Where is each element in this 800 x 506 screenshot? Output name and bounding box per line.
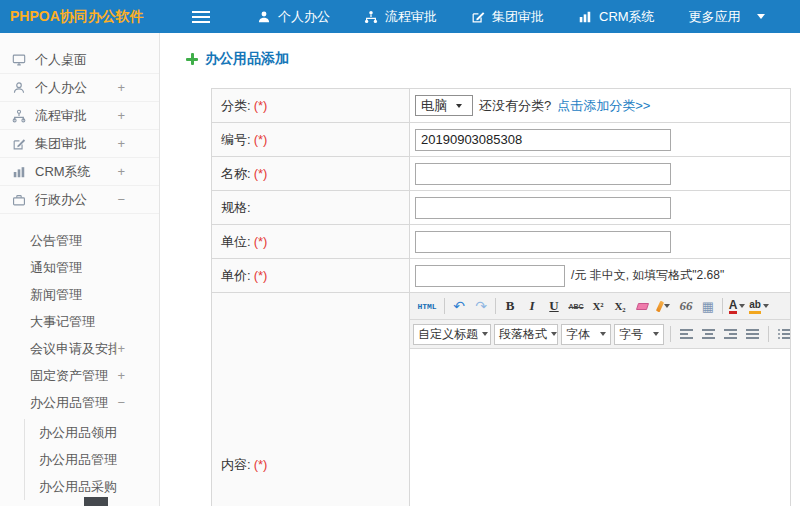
nav-group-approval[interactable]: 集团审批 — [454, 0, 561, 33]
field-value-code — [410, 123, 790, 156]
italic-icon[interactable]: I — [522, 296, 542, 316]
nav-process-approval[interactable]: 流程审批 — [347, 0, 454, 33]
align-justify-icon[interactable] — [743, 324, 762, 344]
underline-icon[interactable]: U — [544, 296, 564, 316]
superscript-icon[interactable]: X² — [588, 296, 608, 316]
expand-toggle[interactable]: + — [117, 165, 125, 178]
add-category-link[interactable]: 点击添加分类>> — [557, 97, 650, 115]
align-left-icon[interactable] — [677, 324, 696, 344]
desktop-icon — [12, 53, 26, 67]
spec-input[interactable] — [415, 197, 671, 219]
sidebar-item-label: 公告管理 — [30, 232, 82, 250]
sidebar-item-supplies-requisition[interactable]: 办公用品领用 — [25, 419, 159, 446]
form-row-name: 名称: (*) — [212, 157, 790, 191]
remove-format-icon[interactable] — [632, 296, 652, 316]
unordered-list-icon[interactable] — [775, 324, 790, 344]
unit-input[interactable] — [415, 231, 671, 253]
category-select[interactable]: 电脑 — [415, 95, 473, 116]
expand-toggle[interactable]: + — [117, 109, 125, 122]
flow-icon — [364, 10, 378, 24]
nav-personal-office[interactable]: 个人办公 — [240, 0, 347, 33]
align-center-icon[interactable] — [699, 324, 718, 344]
price-input[interactable] — [415, 265, 565, 287]
sidebar-item-label: 集团审批 — [35, 135, 87, 153]
edit-icon — [12, 137, 26, 151]
price-suffix: /元 非中文, 如填写格式"2.68" — [571, 267, 724, 284]
nav-more-apps[interactable]: 更多应用 — [672, 0, 782, 33]
admin-office-submenu: 公告管理 通知管理 新闻管理 大事记管理 会议申请及安排 + 固定资产管理 — [0, 214, 159, 416]
sidebar-scrollbar-thumb[interactable] — [84, 497, 108, 506]
sidebar-item-label: 固定资产管理 — [30, 367, 108, 385]
custom-title-dropdown[interactable]: 自定义标题 — [413, 324, 491, 345]
sidebar-item-events-mgmt[interactable]: 大事记管理 — [0, 308, 159, 335]
sidebar-item-office-supplies-mgmt[interactable]: 办公用品管理 − — [0, 389, 159, 416]
field-label-code: 编号: (*) — [212, 123, 410, 156]
field-value-name — [410, 157, 790, 190]
sidebar-item-group-approval[interactable]: 集团审批 + — [0, 130, 159, 158]
caret-down-icon — [739, 304, 745, 308]
sidebar-item-notice-mgmt[interactable]: 通知管理 — [0, 254, 159, 281]
caret-down-icon — [763, 304, 769, 308]
sidebar-item-news-mgmt[interactable]: 新闻管理 — [0, 281, 159, 308]
sidebar-item-admin-office[interactable]: 行政办公 − — [0, 186, 159, 214]
collapse-toggle[interactable]: − — [117, 396, 125, 409]
sidebar-item-supplies-manage[interactable]: 办公用品管理 — [25, 446, 159, 473]
editor-content-area[interactable] — [410, 349, 790, 506]
person-icon — [12, 81, 26, 95]
format-painter-icon[interactable] — [654, 296, 674, 316]
bold-icon[interactable]: B — [500, 296, 520, 316]
form-row-content: 内容: (*) HTML ↶ ↷ B I U — [212, 293, 790, 506]
font-color-icon[interactable]: A — [727, 296, 747, 316]
font-family-dropdown[interactable]: 字体 — [561, 324, 611, 345]
strikethrough-icon[interactable]: ABC — [566, 296, 586, 316]
required-mark: (*) — [254, 166, 268, 181]
eraser-icon — [635, 303, 648, 310]
sidebar-item-supplies-purchase[interactable]: 办公用品采购 — [25, 473, 159, 500]
sidebar-item-label: 办公用品管理 — [30, 394, 108, 412]
top-navbar: PHPOA协同办公软件 个人办公 流程审批 集团审批 CRM系统 更多应用 — [0, 0, 800, 33]
redo-icon[interactable]: ↷ — [471, 296, 491, 316]
table-icon[interactable]: ▦ — [698, 296, 718, 316]
sidebar-item-personal-office[interactable]: 个人办公 + — [0, 74, 159, 102]
menu-toggle-button[interactable] — [192, 11, 210, 23]
sidebar-item-meeting-apply[interactable]: 会议申请及安排 + — [0, 335, 159, 362]
nav-crm-system[interactable]: CRM系统 — [561, 0, 672, 33]
field-value-content: HTML ↶ ↷ B I U ABC X² X₂ — [410, 293, 790, 506]
code-input[interactable] — [415, 129, 671, 151]
font-size-dropdown[interactable]: 字号 — [614, 324, 664, 345]
name-input[interactable] — [415, 163, 671, 185]
expand-toggle[interactable]: + — [117, 81, 125, 94]
sidebar-item-personal-desktop[interactable]: 个人桌面 — [0, 46, 159, 74]
collapse-toggle[interactable]: − — [117, 193, 125, 206]
form-row-category: 分类: (*) 电脑 还没有分类? 点击添加分类>> — [212, 89, 790, 123]
caret-down-icon — [600, 332, 606, 336]
sidebar-item-fixed-assets-mgmt[interactable]: 固定资产管理 + — [0, 362, 159, 389]
sidebar-item-label: 流程审批 — [35, 107, 87, 125]
undo-icon[interactable]: ↶ — [449, 296, 469, 316]
sidebar-item-process-approval[interactable]: 流程审批 + — [0, 102, 159, 130]
required-mark: (*) — [254, 268, 268, 283]
flow-icon — [12, 109, 26, 123]
expand-toggle[interactable]: + — [117, 369, 125, 382]
field-value-unit — [410, 225, 790, 258]
required-mark: (*) — [254, 132, 268, 147]
sidebar-item-label: CRM系统 — [35, 163, 91, 181]
app-logo[interactable]: PHPOA协同办公软件 — [0, 8, 178, 26]
toolbar-separator — [722, 298, 723, 314]
hamburger-icon — [192, 11, 210, 13]
field-value-category: 电脑 还没有分类? 点击添加分类>> — [410, 89, 790, 122]
source-code-icon[interactable]: HTML — [414, 296, 440, 316]
chart-icon — [12, 165, 26, 179]
sidebar-item-label: 会议申请及安排 — [30, 340, 117, 358]
toolbar-separator — [444, 298, 445, 314]
subscript-icon[interactable]: X₂ — [610, 296, 630, 316]
blockquote-icon[interactable]: 66 — [676, 296, 696, 316]
expand-toggle[interactable]: + — [117, 137, 125, 150]
sidebar-item-announcement-mgmt[interactable]: 公告管理 — [0, 227, 159, 254]
rich-text-editor: HTML ↶ ↷ B I U ABC X² X₂ — [410, 293, 790, 506]
sidebar-item-crm-system[interactable]: CRM系统 + — [0, 158, 159, 186]
highlight-color-icon[interactable]: ab — [749, 296, 769, 316]
align-right-icon[interactable] — [721, 324, 740, 344]
expand-toggle[interactable]: + — [117, 342, 125, 355]
paragraph-format-dropdown[interactable]: 段落格式 — [494, 324, 558, 345]
